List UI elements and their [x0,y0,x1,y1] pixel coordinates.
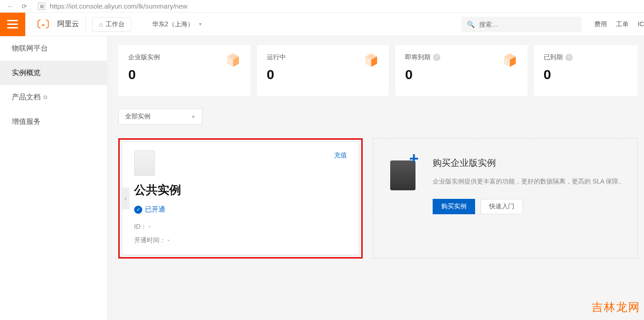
chevron-down-icon: ▼ [198,22,203,27]
stat-title: 即将到期 [405,53,430,61]
stat-card-expiring[interactable]: 即将到期? 0 [395,45,527,96]
browser-bar: ← ⟳ ▦ https://iot.console.aliyun.com/lk/… [0,0,644,13]
select-value: 全部实例 [125,113,150,121]
field-value: - [168,236,170,244]
content-area: 企业版实例 0 运行中 0 即将到期? 0 已到期? 0 全部实例 [107,36,644,320]
watermark: 吉林龙网 [592,300,640,315]
promo-description: 企业版实例提供更丰富的功能，更好的数据隔离，更高的 SLA 保障。 [433,176,626,187]
highlighted-instance: ‹ 充值 公共实例 ✓ 已开通 ID： - 开通时间： - [118,138,363,259]
page-icon: ▦ [38,3,45,10]
field-value: - [149,223,151,230]
help-icon[interactable]: ? [565,54,573,61]
cube-icon [364,52,379,68]
home-icon: ⌂ [99,21,103,28]
stat-value: 0 [544,67,628,82]
workspace-button[interactable]: ⌂ 工作台 [92,17,131,32]
field-label: 开通时间： [134,236,166,244]
collapse-handle[interactable]: ‹ [121,188,130,209]
recharge-link[interactable]: 充值 [334,151,347,160]
app-header: 〔-〕 阿里云 ⌂ 工作台 华东2（上海） ▼ 🔍 费用 工单 IC [0,13,644,36]
cube-icon [502,52,518,68]
status-text: 已开通 [145,205,165,214]
instance-time-row: 开通时间： - [134,236,347,245]
chevron-down-icon: ▼ [191,114,196,119]
field-label: ID： [134,223,147,230]
buy-instance-button[interactable]: 购买实例 [433,199,475,214]
region-selector[interactable]: 华东2（上海） ▼ [144,17,215,32]
workspace-label: 工作台 [106,20,125,28]
sidebar-item-iot[interactable]: 物联网平台 [0,36,107,61]
quick-start-button[interactable]: 快速入门 [481,199,523,214]
server-add-icon: + [390,157,419,190]
search-input[interactable] [479,21,576,28]
brand-logo[interactable]: 〔-〕 阿里云 [25,18,85,31]
stat-title: 企业版实例 [128,53,160,61]
instance-status: ✓ 已开通 [134,205,347,214]
brand-text: 阿里云 [57,19,79,29]
region-label: 华东2（上海） [152,20,194,28]
instance-filter-select[interactable]: 全部实例 ▼ [118,108,202,125]
plus-icon: + [409,154,422,167]
sidebar-item-label: 增值服务 [12,117,41,127]
search-box[interactable]: 🔍 [462,17,582,32]
stat-card-running[interactable]: 运行中 0 [257,45,389,96]
stat-card-enterprise[interactable]: 企业版实例 0 [118,45,251,96]
buy-enterprise-promo: + 购买企业版实例 企业版实例提供更丰富的功能，更好的数据隔离，更高的 SLA … [373,138,638,259]
header-link-fees[interactable]: 费用 [594,20,607,28]
sidebar-item-label: 实例概览 [12,68,41,78]
sidebar-item-overview[interactable]: 实例概览 [0,61,107,85]
search-icon: 🔍 [467,21,475,28]
refresh-icon[interactable]: ⟳ [22,3,27,10]
public-instance-card[interactable]: ‹ 充值 公共实例 ✓ 已开通 ID： - 开通时间： - [122,142,359,254]
server-icon [134,151,155,176]
header-link-tickets[interactable]: 工单 [616,20,629,28]
aliyun-icon: 〔-〕 [32,18,55,31]
external-icon: ⧉ [43,94,47,100]
sidebar-item-label: 物联网平台 [12,44,48,53]
stat-value: 0 [267,67,379,82]
stat-row: 企业版实例 0 运行中 0 即将到期? 0 已到期? 0 [118,45,644,96]
url-text: https://iot.console.aliyun.com/lk/summar… [50,2,187,10]
help-icon[interactable]: ? [433,54,440,61]
sidebar: 物联网平台 实例概览 产品文档⧉ 增值服务 [0,36,107,320]
instance-id-row: ID： - [134,223,347,231]
sidebar-item-label: 产品文档 [12,93,41,102]
stat-value: 0 [405,67,518,82]
sidebar-item-vas[interactable]: 增值服务 [0,109,107,134]
menu-toggle[interactable] [0,13,25,36]
stat-value: 0 [128,67,241,82]
stat-card-expired[interactable]: 已到期? 0 [534,45,638,96]
stat-title: 运行中 [267,53,286,61]
back-icon[interactable]: ← [7,3,14,10]
header-link-ic[interactable]: IC [638,20,644,28]
divider [85,18,86,31]
instance-name: 公共实例 [134,182,347,198]
sidebar-item-docs[interactable]: 产品文档⧉ [0,85,107,109]
check-icon: ✓ [134,206,142,214]
promo-title: 购买企业版实例 [433,157,626,169]
cube-icon [225,52,241,68]
stat-title: 已到期 [544,53,563,61]
